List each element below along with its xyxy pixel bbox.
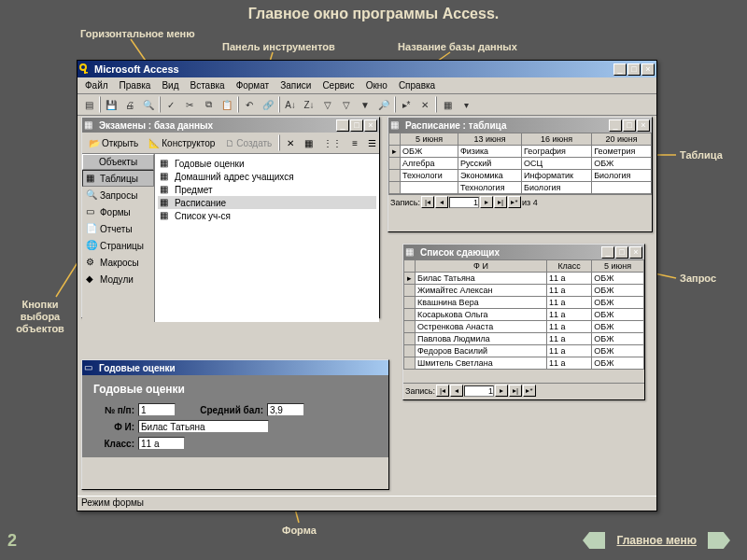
menu-help[interactable]: Справка [394,79,440,91]
table-row: Павлова Людмила11 аОБЖ [404,333,644,345]
datasheet-icon: ▦ [390,119,402,131]
macro-icon: ⚙ [86,257,97,268]
max-button[interactable]: □ [623,119,636,132]
toolbar-new-object-icon[interactable]: ▾ [458,96,474,113]
nav-prev-icon[interactable]: ◂ [450,385,463,397]
db-close-button[interactable]: × [364,119,377,132]
toolbar-sort-asc-icon[interactable]: A↓ [282,96,299,113]
toolbar-find-icon[interactable]: 🔎 [375,96,392,113]
query-grid[interactable]: Ф ИКласс5 июня ▸Билас Татьяна11 аОБЖ Жим… [403,259,644,370]
close-button[interactable]: × [629,246,642,259]
object-list[interactable]: ▦Годовые оценки ▦Домашний адрес учащихся… [155,154,379,322]
objects-header[interactable]: Объекты [82,154,154,170]
table-recnav: Запись: |◂ ◂ ▸ ▸| ▸* из 4 [388,194,652,209]
menu-file[interactable]: Файл [80,79,113,91]
toolbar-link-icon[interactable]: 🔗 [260,96,276,113]
obj-modules[interactable]: ◆Модули [82,271,154,287]
db-open-button[interactable]: 📂Открыть [85,137,142,149]
db-toolbar: 📂Открыть 📐Конструктор 🗋Создать ✕ ▦ ⋮⋮ ≡ … [82,133,379,154]
form-window[interactable]: ▭ Годовые оценки Годовые оценки № п/п: С… [81,359,389,490]
menu-bar: Файл Правка Вид Вставка Формат Записи Се… [78,77,656,94]
toolbar-paste-icon[interactable]: 📋 [218,96,235,113]
maximize-button[interactable]: □ [627,63,641,76]
close-button[interactable]: × [637,119,650,132]
menu-insert[interactable]: Вставка [185,79,229,91]
db-max-button[interactable]: □ [350,119,363,132]
table-window[interactable]: ▦ Расписание : таблица _□× 5 июня13 июня… [388,117,653,232]
record-number-input[interactable] [449,197,479,208]
form-titlebar[interactable]: ▭ Годовые оценки [82,360,388,375]
menu-records[interactable]: Записи [275,79,316,91]
obj-macros[interactable]: ⚙Макросы [82,254,154,271]
toolbar-apply-filter-icon[interactable]: ▼ [357,96,374,113]
record-number-input[interactable] [464,385,494,397]
obj-forms[interactable]: ▭Формы [82,203,154,220]
fio-input[interactable] [138,420,269,433]
min-button[interactable]: _ [609,119,622,132]
toolbar-view-icon[interactable]: ▤ [80,96,97,113]
db-design-button[interactable]: 📐Конструктор [145,137,218,149]
obj-pages[interactable]: 🌐Страницы [82,237,154,254]
toolbar-preview-icon[interactable]: 🔍 [140,96,157,113]
nav-first-icon[interactable]: |◂ [421,196,434,208]
toolbar-copy-icon[interactable]: ⧉ [200,96,217,113]
nav-new-icon[interactable]: ▸* [523,385,536,397]
list-item[interactable]: ▦Расписание [158,196,376,209]
max-button[interactable]: □ [615,246,628,259]
obj-reports[interactable]: 📄Отчеты [82,220,154,237]
db-large-icons-icon[interactable]: ▦ [301,137,317,149]
db-min-button[interactable]: _ [336,119,349,132]
toolbar-sort-desc-icon[interactable]: Z↓ [301,96,317,113]
list-item[interactable]: ▦Домашний адрес учащихся [158,170,376,183]
toolbar-filter-icon[interactable]: ▽ [319,96,336,113]
nav-next-icon[interactable]: ▸ [495,385,508,397]
toolbar-new-record-icon[interactable]: ▸* [398,96,415,113]
toolbar-spell-icon[interactable]: ✓ [162,96,179,113]
table-titlebar[interactable]: ▦ Расписание : таблица _□× [388,118,652,133]
obj-tables[interactable]: ▦Таблицы [82,170,154,187]
nav-last-icon[interactable]: ▸| [509,385,522,397]
db-small-icons-icon[interactable]: ⋮⋮ [319,137,345,149]
toolbar-undo-icon[interactable]: ↶ [241,96,258,113]
class-input[interactable] [138,437,185,450]
db-details-icon[interactable]: ☰ [364,137,380,149]
list-item[interactable]: ▦Список уч-ся [158,209,376,222]
db-delete-icon[interactable]: ✕ [283,137,298,149]
next-slide-button[interactable] [708,532,730,549]
db-titlebar[interactable]: ▦ Экзамены : база данных _□× [82,118,379,133]
toolbar-save-icon[interactable]: 💾 [103,96,120,113]
db-create-button[interactable]: 🗋Создать [221,137,275,149]
menu-service[interactable]: Сервис [317,79,359,91]
nav-first-icon[interactable]: |◂ [436,385,449,397]
list-item[interactable]: ▦Годовые оценки [158,157,376,170]
schedule-grid[interactable]: 5 июня13 июня16 июня20 июня ▸ОБЖФизикаГе… [388,133,652,194]
main-menu-link[interactable]: Главное меню [616,534,697,547]
db-list-icon[interactable]: ≡ [348,137,361,149]
nav-next-icon[interactable]: ▸ [480,196,493,208]
min-button[interactable]: _ [601,246,614,259]
menu-window[interactable]: Окно [361,79,392,91]
toolbar-cut-icon[interactable]: ✂ [181,96,198,113]
close-button[interactable]: × [641,63,655,76]
fio-label: Ф И: [88,422,134,432]
num-input[interactable] [138,403,176,416]
minimize-button[interactable]: _ [613,63,627,76]
query-window[interactable]: ▦ Список сдающих _□× Ф ИКласс5 июня ▸Бил… [402,244,645,400]
app-titlebar[interactable]: Microsoft Access _ □ × [78,61,656,77]
menu-edit[interactable]: Правка [115,79,156,91]
list-item[interactable]: ▦Предмет [158,183,376,196]
avg-input[interactable] [267,403,304,416]
toolbar-db-window-icon[interactable]: ▦ [439,96,456,113]
toolbar-delete-record-icon[interactable]: ✕ [416,96,433,113]
prev-slide-button[interactable] [583,532,605,549]
nav-new-icon[interactable]: ▸* [508,196,521,208]
nav-last-icon[interactable]: ▸| [494,196,507,208]
menu-format[interactable]: Формат [232,79,275,91]
obj-queries[interactable]: 🔍Запросы [82,187,154,203]
db-window[interactable]: ▦ Экзамены : база данных _□× 📂Открыть 📐К… [81,117,380,318]
toolbar-print-icon[interactable]: 🖨 [121,96,138,113]
menu-view[interactable]: Вид [157,79,183,91]
query-titlebar[interactable]: ▦ Список сдающих _□× [403,245,644,259]
toolbar-filter-form-icon[interactable]: ▽ [338,96,355,113]
nav-prev-icon[interactable]: ◂ [435,196,448,208]
